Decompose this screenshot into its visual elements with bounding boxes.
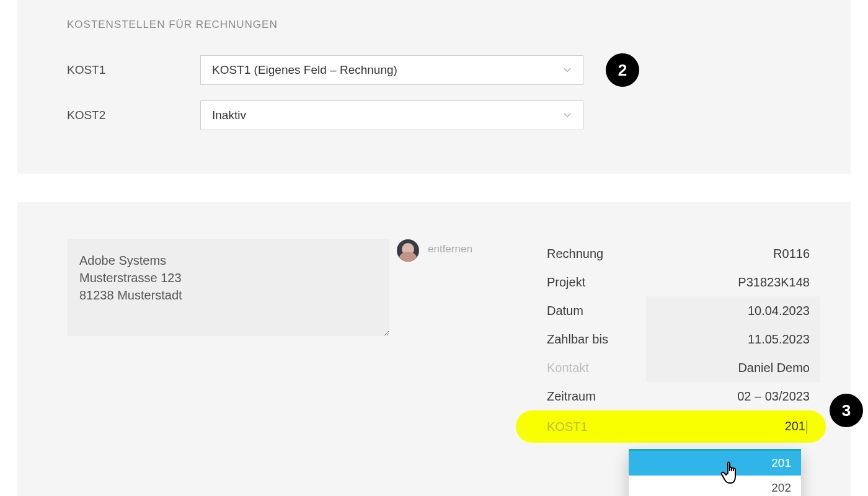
section-title: KOSTENSTELLEN FÜR RECHNUNGEN xyxy=(67,19,801,31)
step-badge-3: 3 xyxy=(830,394,863,427)
meta-value: 02 – 03/2023 xyxy=(737,389,810,404)
remove-contact-link[interactable]: entfernen xyxy=(428,243,472,255)
meta-row-zeitraum: Zeitraum 02 – 03/2023 xyxy=(541,382,820,410)
meta-label: Datum xyxy=(547,304,583,318)
contact-avatar-block: entfernen xyxy=(397,239,472,336)
meta-row-datum[interactable]: Datum 10.04.2023 xyxy=(541,296,820,325)
meta-row-kontakt[interactable]: Kontakt Daniel Demo xyxy=(541,353,820,382)
meta-row-projekt: Projekt P31823K148 xyxy=(541,268,820,296)
meta-value: R0116 xyxy=(773,247,810,261)
kost1-select-value: KOST1 (Eigenes Feld – Rechnung) xyxy=(212,63,397,77)
meta-label: Zahlbar bis xyxy=(547,332,608,347)
kost1-row: KOST1 KOST1 (Eigenes Feld – Rechnung) 2 xyxy=(67,53,801,87)
meta-value: 10.04.2023 xyxy=(748,304,810,318)
chevron-down-icon xyxy=(562,110,573,121)
kost2-select-value: Inaktiv xyxy=(212,108,246,122)
kost1-dropdown[interactable]: 201 202 203 xyxy=(629,449,801,496)
chevron-down-icon xyxy=(562,64,573,76)
dropdown-option[interactable]: 201 xyxy=(629,451,801,476)
meta-value: Daniel Demo xyxy=(738,361,810,375)
meta-row-zahlbar[interactable]: Zahlbar bis 11.05.2023 xyxy=(541,325,820,353)
meta-value: 11.05.2023 xyxy=(748,332,810,347)
meta-row-kost1[interactable]: KOST1 xyxy=(516,410,826,443)
dropdown-option[interactable]: 202 xyxy=(629,476,801,496)
kost1-input[interactable] xyxy=(731,419,805,433)
meta-row-rechnung: Rechnung R0116 xyxy=(541,239,820,268)
step-badge-2: 2 xyxy=(606,53,639,87)
avatar xyxy=(397,239,419,262)
kost1-input-wrap xyxy=(731,419,807,434)
kost2-select[interactable]: Inaktiv xyxy=(200,100,583,130)
meta-label: Rechnung xyxy=(547,247,603,261)
kost2-label: KOST2 xyxy=(67,108,200,122)
kost1-label: KOST1 xyxy=(67,63,200,77)
address-textarea[interactable] xyxy=(67,239,389,336)
meta-label: Zeitraum xyxy=(547,389,596,404)
text-caret xyxy=(807,420,807,434)
meta-label: Projekt xyxy=(547,275,585,290)
meta-value: P31823K148 xyxy=(738,275,810,290)
invoice-panel: entfernen Rechnung R0116 Projekt P31823K… xyxy=(17,202,851,496)
panel-gap xyxy=(0,174,868,202)
kost1-select[interactable]: KOST1 (Eigenes Feld – Rechnung) xyxy=(200,55,583,85)
cost-center-settings-panel: KOSTENSTELLEN FÜR RECHNUNGEN KOST1 KOST1… xyxy=(17,0,851,174)
meta-label: KOST1 xyxy=(547,420,588,434)
invoice-meta-table: Rechnung R0116 Projekt P31823K148 Datum … xyxy=(541,239,820,443)
kost2-row: KOST2 Inaktiv xyxy=(67,100,801,130)
meta-label: Kontakt xyxy=(547,361,589,375)
